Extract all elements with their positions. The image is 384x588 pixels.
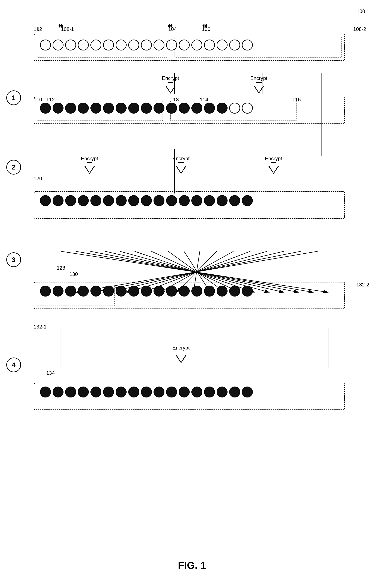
node [229, 195, 240, 206]
encrypt-block-2b: Encrypt [172, 156, 190, 174]
node [65, 103, 76, 114]
row1-circles [40, 103, 253, 114]
encrypt-label-2b: Encrypt [172, 156, 190, 162]
node [153, 40, 165, 50]
node [229, 387, 240, 398]
node [103, 286, 114, 296]
bracket-108-1: ⯬ [58, 23, 64, 30]
encrypt-block-1b: Encrypt [250, 75, 267, 94]
node [141, 40, 152, 50]
row4-circles [40, 387, 253, 398]
svg-rect-24 [168, 82, 173, 83]
node [78, 40, 89, 50]
node [141, 103, 152, 114]
encrypt-block-2c: Encrypt [265, 156, 282, 174]
node [103, 103, 114, 114]
node [40, 387, 51, 398]
node [242, 286, 253, 296]
node [229, 286, 240, 296]
step-4-label: 4 [12, 361, 16, 369]
node [40, 103, 51, 114]
encrypt-label-4: Encrypt [172, 345, 190, 351]
node [78, 195, 89, 206]
encrypt-block-2a: Encrypt [81, 156, 98, 174]
node [128, 40, 139, 50]
bracket-104: ⯬ [167, 23, 173, 30]
encrypt-block-4: Encrypt [172, 345, 190, 363]
node [217, 103, 228, 114]
node [53, 40, 64, 50]
ref-120: 120 [34, 176, 42, 182]
ref-116: 116 [292, 97, 301, 103]
svg-rect-29 [256, 82, 261, 83]
node [242, 40, 253, 50]
node [128, 286, 139, 296]
node [242, 195, 253, 206]
node [141, 387, 152, 398]
node [179, 195, 190, 206]
node [229, 103, 240, 114]
node [179, 103, 190, 114]
node [217, 286, 228, 296]
node [90, 103, 101, 114]
node [53, 103, 64, 114]
node [78, 286, 89, 296]
node [166, 103, 177, 114]
node [179, 387, 190, 398]
ref-114: 114 [200, 97, 208, 103]
row3-circles [40, 286, 253, 296]
node [116, 103, 127, 114]
svg-rect-34 [87, 162, 92, 163]
ref-108-2: 108-2 [353, 26, 366, 32]
node [191, 40, 202, 50]
node [40, 195, 51, 206]
node [103, 40, 114, 50]
encrypt-label-1a: Encrypt [162, 75, 179, 81]
node [166, 286, 177, 296]
encrypt-label-1b: Encrypt [250, 75, 267, 81]
fig-caption: FIG. 1 [178, 560, 206, 571]
node [128, 387, 139, 398]
node [78, 387, 89, 398]
step-1-label: 1 [12, 94, 16, 102]
ref-130: 130 [69, 271, 78, 277]
ref-118: 118 [170, 97, 179, 103]
node [90, 195, 101, 206]
node [204, 103, 215, 114]
svg-rect-49 [179, 352, 184, 352]
step-2-circle: 2 [6, 160, 21, 175]
node [217, 195, 228, 206]
node [191, 103, 202, 114]
node [191, 286, 202, 296]
ref-100: 100 [357, 8, 365, 14]
node [153, 195, 165, 206]
node [128, 103, 139, 114]
encrypt-label-2a: Encrypt [81, 156, 98, 162]
node [116, 286, 127, 296]
node [53, 286, 64, 296]
node [153, 103, 165, 114]
node [191, 195, 202, 206]
node [78, 103, 89, 114]
node [229, 40, 240, 50]
node [166, 387, 177, 398]
node [166, 195, 177, 206]
bracket-106: ⯬ [202, 23, 208, 30]
node [65, 195, 76, 206]
encrypt-label-2c: Encrypt [265, 156, 282, 162]
node [179, 40, 190, 50]
node [65, 387, 76, 398]
node [53, 387, 64, 398]
node [103, 195, 114, 206]
node [153, 387, 165, 398]
node [141, 195, 152, 206]
node [90, 387, 101, 398]
node [128, 195, 139, 206]
ref-128: 128 [57, 265, 65, 271]
node [217, 40, 228, 50]
node [116, 195, 127, 206]
node [116, 40, 127, 50]
node [90, 40, 101, 50]
node [65, 286, 76, 296]
step-4-circle: 4 [6, 357, 21, 372]
